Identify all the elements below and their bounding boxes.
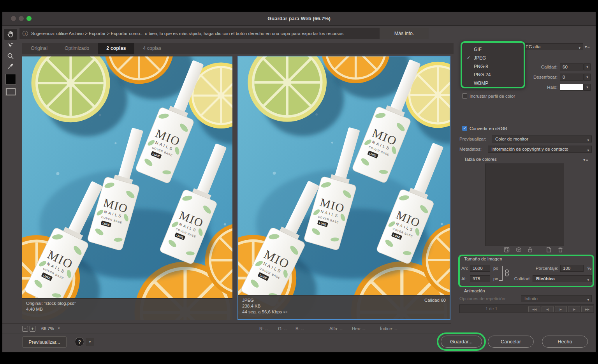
suggestion-text: Sugerencia: utilice Archivo > Exportar >… [31, 31, 343, 36]
desenfocar-label: Desenfocar: [522, 75, 558, 79]
g-value: -- [284, 326, 287, 331]
optimized-format: JPEG [242, 297, 446, 303]
calidad-chevron-icon[interactable]: ▾ [584, 63, 591, 70]
previsualizar-value: Color de monitor [495, 137, 528, 141]
original-preview-pane[interactable]: MIO NAILS COVER BASE LUXE [22, 56, 232, 320]
cancelar-button[interactable]: Cancelar [488, 336, 534, 348]
more-info-button[interactable]: Más info. [380, 28, 429, 39]
an-input[interactable]: 1600 [470, 265, 490, 272]
indice-label: Índice: [380, 326, 393, 331]
indice-value: -- [394, 326, 397, 331]
optimized-preview-image [238, 56, 450, 319]
optimized-info-bar: JPEG Calidad 60 238.4 KB 44 seg. a 56,6 … [238, 295, 450, 319]
tab-4-copias[interactable]: 4 copias [134, 43, 170, 54]
preset-value: EG alta [526, 44, 540, 49]
opciones-repeticion-value: Infinito [524, 296, 538, 301]
color-swatch[interactable] [5, 74, 16, 84]
size-calidad-select[interactable]: Bicúbica ▾ [533, 275, 592, 282]
preset-select[interactable]: EG alta ▾ [522, 43, 583, 50]
hecho-button[interactable]: Hecho [542, 336, 588, 348]
metadatos-select[interactable]: Información de copyright y de contacto ▾ [488, 146, 592, 153]
eyedropper-tool[interactable] [4, 61, 17, 72]
magnifier-icon [7, 53, 14, 60]
opciones-repeticion-chevron-icon: ▾ [587, 297, 589, 303]
format-option-gif[interactable]: GIF [474, 47, 482, 52]
guardar-button[interactable]: Guardar... [441, 336, 482, 348]
last-frame-button: ▶▶ [581, 306, 593, 312]
delete-color-icon[interactable] [558, 247, 563, 254]
desenfocar-chevron-icon[interactable]: ▾ [584, 74, 591, 81]
size-calidad-value: Bicúbica [536, 276, 555, 281]
next-frame-button: |▶ [568, 306, 580, 312]
metadatos-value: Información de copyright y de contacto [491, 147, 568, 151]
save-for-web-dialog: Guardar para Web (66.7%) i Sugerencia: u… [2, 12, 596, 352]
animation-playback-strip: 1 de 1 ◀◀ ◀| ▶ |▶ ▶▶ [459, 304, 594, 313]
halo-color-swatch[interactable] [560, 84, 584, 91]
browser-preview-icon[interactable]: ? [75, 337, 84, 346]
hex-value: -- [362, 326, 366, 331]
zoom-tool[interactable] [4, 51, 17, 62]
incrustar-perfil-checkbox[interactable] [462, 93, 467, 98]
zoom-level-value[interactable]: 66.7% [41, 326, 54, 331]
link-dimensions-bracket [499, 266, 503, 281]
optimized-preview-pane[interactable]: JPEG Calidad 60 238.4 KB 44 seg. a 56,6 … [237, 56, 450, 320]
minimize-window-button[interactable] [19, 16, 24, 21]
title-bar: Guardar para Web (66.7%) [2, 12, 596, 26]
format-option-png24[interactable]: PNG-24 [474, 72, 491, 77]
halo-label: Halo: [526, 85, 558, 90]
first-frame-button: ◀◀ [528, 306, 540, 312]
size-calidad-label: Calidad: [513, 276, 531, 281]
zoom-window-button[interactable] [26, 16, 32, 21]
close-window-button[interactable] [11, 16, 16, 21]
convertir-srgb-label: Convertir en sRGB [470, 126, 507, 131]
optimized-filesize: 238.4 KB [242, 303, 446, 309]
zoom-level-chevron-icon[interactable]: ▾ [58, 326, 60, 330]
al-unit: px [493, 276, 498, 281]
snap-web-palette-icon[interactable] [504, 247, 510, 254]
halo-chevron-icon[interactable]: ▾ [584, 84, 591, 91]
suggestion-bar: i Sugerencia: utilice Archivo > Exportar… [19, 28, 429, 39]
calidad-label: Calidad: [526, 65, 558, 69]
calidad-input[interactable]: 60 [560, 63, 584, 70]
status-bar: − + 66.7% ▾ R: -- G: -- B: -- Alfa: -- H… [2, 323, 451, 334]
previsualizar-chevron-icon: ▾ [587, 137, 589, 143]
al-input[interactable]: 978 [470, 275, 490, 282]
link-dimensions-icon[interactable] [505, 269, 509, 279]
tab-optimizado[interactable]: Optimizado [56, 43, 98, 54]
previsualizar-button[interactable]: Previsualizar... [22, 336, 67, 348]
metadatos-label: Metadatos: [459, 147, 482, 151]
web-shift-color-icon[interactable] [516, 247, 522, 254]
desenfocar-input[interactable]: 0 [560, 74, 584, 81]
lock-color-icon[interactable] [527, 247, 533, 254]
original-filesize: 4.48 MB [26, 306, 229, 312]
alfa-label: Alfa: [329, 326, 338, 331]
tab-original[interactable]: Original [22, 43, 56, 54]
preset-flyout-menu-icon[interactable]: ▾≡ [585, 44, 590, 49]
zoom-in-button[interactable]: + [30, 326, 35, 332]
format-option-jpeg[interactable]: JPEG [474, 55, 486, 61]
slice-select-tool[interactable] [4, 40, 17, 51]
toggle-slices-visibility-button[interactable] [6, 88, 16, 95]
alfa-value: -- [339, 326, 343, 331]
previsualizar-select[interactable]: Color de monitor ▾ [492, 135, 592, 142]
metadatos-chevron-icon: ▾ [587, 148, 589, 153]
format-option-wbmp[interactable]: WBMP [474, 81, 488, 86]
convertir-srgb-checkbox[interactable]: ✓ [462, 126, 467, 131]
g-label: G: [278, 326, 283, 331]
new-color-icon[interactable] [546, 247, 552, 254]
format-option-png8[interactable]: PNG-8 [474, 64, 488, 69]
tabla-colores-label: Tabla de colores [464, 157, 497, 162]
download-speed-menu-icon[interactable]: ▾≡ [283, 310, 288, 314]
al-label: Al: [461, 276, 466, 281]
hex-label: Hex: [352, 326, 361, 331]
tabla-colores-menu-icon[interactable]: ▾≡ [583, 157, 589, 162]
optimized-download-time: 44 seg. a 56,6 Kbps ▾≡ [242, 309, 446, 315]
an-label: An: [461, 266, 468, 271]
zoom-out-button[interactable]: − [22, 326, 28, 332]
porcentaje-input[interactable]: 100 [560, 265, 584, 272]
browser-select-chevron-icon[interactable]: ▾ [86, 338, 94, 346]
tab-2-copias[interactable]: 2 copias [98, 43, 134, 54]
hand-tool[interactable] [4, 29, 17, 40]
original-filename: Original: "stock-blog.psd" [26, 301, 229, 306]
preview-tabs: Original Optimizado 2 copias 4 copias [22, 43, 454, 54]
